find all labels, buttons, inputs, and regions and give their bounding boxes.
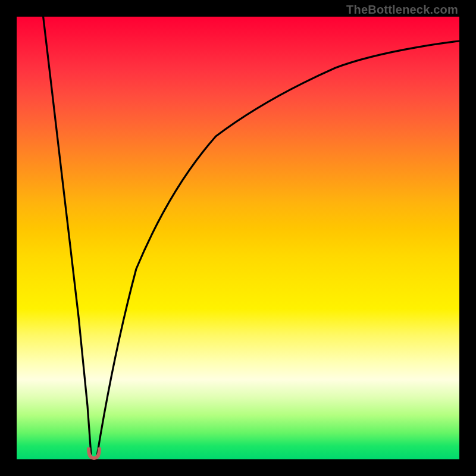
- curve-left-branch: [43, 17, 91, 455]
- curve-right-branch: [97, 41, 459, 455]
- u-shape-icon: [89, 449, 99, 458]
- watermark-text: TheBottleneck.com: [346, 4, 458, 15]
- minimum-marker: [86, 447, 102, 461]
- chart-frame: TheBottleneck.com: [0, 0, 476, 476]
- bottleneck-curve: [17, 17, 459, 459]
